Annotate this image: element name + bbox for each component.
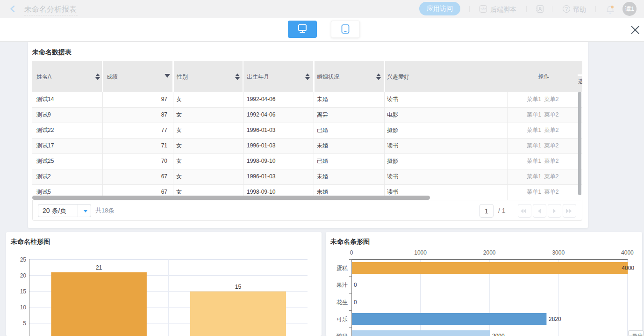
svg-text:4000: 4000 [621, 249, 634, 256]
svg-text:4000: 4000 [622, 265, 634, 271]
svg-text:3000: 3000 [552, 249, 565, 256]
svg-text:20: 20 [20, 272, 27, 279]
svg-text:酸奶: 酸奶 [336, 333, 348, 336]
svg-text:0: 0 [354, 299, 357, 306]
svg-text:蛋糕: 蛋糕 [336, 265, 348, 271]
svg-text:10: 10 [20, 304, 27, 311]
svg-text:15: 15 [235, 284, 242, 290]
svg-text:2000: 2000 [492, 333, 505, 336]
svg-text:15: 15 [20, 288, 27, 295]
svg-text:0: 0 [354, 282, 357, 288]
svg-text:21: 21 [96, 264, 102, 271]
svg-text:5: 5 [23, 320, 26, 327]
svg-text:花生: 花生 [336, 299, 348, 306]
svg-text:果汁: 果汁 [336, 282, 348, 288]
svg-text:25: 25 [20, 256, 27, 263]
svg-text:可乐: 可乐 [336, 316, 348, 322]
svg-text:2820: 2820 [549, 316, 561, 322]
svg-text:2000: 2000 [483, 249, 496, 256]
svg-text:1000: 1000 [414, 249, 427, 256]
svg-text:0: 0 [350, 249, 353, 256]
